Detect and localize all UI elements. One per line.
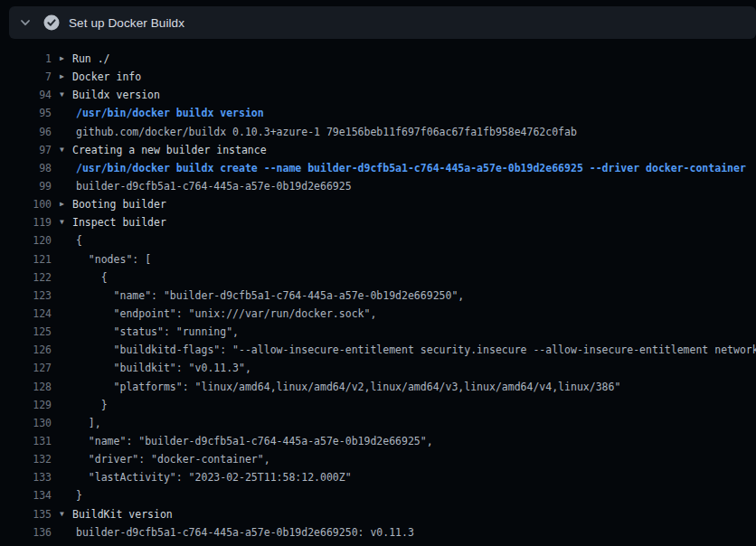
line-number-link[interactable]: 1 xyxy=(0,52,52,65)
output-text: } xyxy=(76,489,82,502)
log-line: 133 "lastActivity": "2023-02-25T11:58:12… xyxy=(0,468,756,486)
line-number-link[interactable]: 99 xyxy=(0,180,52,193)
group-title: Inspect builder xyxy=(72,216,166,229)
triangle-down-icon: ▼ xyxy=(60,146,72,154)
log-line: 123 "name": "builder-d9cfb5a1-c764-445a-… xyxy=(0,287,756,305)
step-title: Set up Docker Buildx xyxy=(69,16,184,30)
output-text: "buildkitd-flags": "--allow-insecure-ent… xyxy=(76,344,756,356)
log-line: 130 ], xyxy=(0,414,756,432)
line-number-link[interactable]: 98 xyxy=(0,162,52,174)
output-text: { xyxy=(76,234,82,247)
log-line: 94▼Buildx version xyxy=(0,86,756,104)
group-title: Run ./ xyxy=(72,52,110,65)
line-number-link[interactable]: 126 xyxy=(0,344,52,356)
group-title: Creating a new builder instance xyxy=(72,144,267,156)
command-text: /usr/bin/docker buildx create --name bui… xyxy=(76,162,746,174)
output-text: "endpoint": "unix:///var/run/docker.sock… xyxy=(76,307,376,320)
line-number-link[interactable]: 120 xyxy=(0,234,52,247)
group-title: BuildKit version xyxy=(72,508,173,521)
log-line: 136builder-d9cfb5a1-c764-445a-a57e-0b19d… xyxy=(0,523,756,541)
output-text: "nodes": [ xyxy=(76,253,151,266)
log-group-toggle[interactable]: ▼Inspect builder xyxy=(52,216,166,229)
triangle-down-icon: ▼ xyxy=(60,219,72,226)
line-number-link[interactable]: 125 xyxy=(0,325,52,338)
output-text: } xyxy=(76,399,108,411)
log-line: 135▼BuildKit version xyxy=(0,505,756,523)
log-line: 7▶Docker info xyxy=(0,68,756,86)
line-number-link[interactable]: 129 xyxy=(0,399,52,411)
log-line: 122 { xyxy=(0,268,756,287)
line-number-link[interactable]: 131 xyxy=(0,435,52,447)
log-group-toggle[interactable]: ▼BuildKit version xyxy=(52,508,173,521)
line-number-link[interactable]: 134 xyxy=(0,489,52,502)
output-text: { xyxy=(76,271,108,284)
line-number-link[interactable]: 121 xyxy=(0,253,52,266)
triangle-right-icon: ▶ xyxy=(60,55,72,62)
output-text: ], xyxy=(76,417,101,429)
line-number-link[interactable]: 127 xyxy=(0,362,52,374)
line-number-link[interactable]: 130 xyxy=(0,417,52,429)
log-line: 120{ xyxy=(0,231,756,249)
log-group-toggle[interactable]: ▼Buildx version xyxy=(52,89,160,101)
log-group-toggle[interactable]: ▶Booting builder xyxy=(52,198,166,211)
group-title: Buildx version xyxy=(72,89,160,101)
triangle-down-icon: ▼ xyxy=(60,91,72,99)
log-group-toggle[interactable]: ▶Docker info xyxy=(52,71,141,83)
triangle-right-icon: ▶ xyxy=(60,201,72,208)
log-line: 100▶Booting builder xyxy=(0,195,756,213)
output-text: "name": "builder-d9cfb5a1-c764-445a-a57e… xyxy=(76,289,464,302)
line-number-link[interactable]: 133 xyxy=(0,471,52,484)
log-line: 95/usr/bin/docker buildx version xyxy=(0,104,756,122)
triangle-down-icon: ▼ xyxy=(60,511,72,518)
command-text: /usr/bin/docker buildx version xyxy=(76,107,264,119)
log-line: 128 "platforms": "linux/amd64,linux/amd6… xyxy=(0,378,756,396)
line-number-link[interactable]: 124 xyxy=(0,307,52,320)
log-line: 1▶Run ./ xyxy=(0,50,756,68)
line-number-link[interactable]: 95 xyxy=(0,107,52,119)
line-number-link[interactable]: 135 xyxy=(0,508,52,521)
output-text: "driver": "docker-container", xyxy=(76,453,270,466)
log-line: 129 } xyxy=(0,396,756,414)
line-number-link[interactable]: 122 xyxy=(0,271,52,284)
log-line: 126 "buildkitd-flags": "--allow-insecure… xyxy=(0,341,756,359)
log-line: 96github.com/docker/buildx 0.10.3+azure-… xyxy=(0,123,756,141)
line-number-link[interactable]: 128 xyxy=(0,381,52,393)
line-number-link[interactable]: 132 xyxy=(0,453,52,466)
log-lines: 1▶Run ./7▶Docker info94▼Buildx version95… xyxy=(0,39,756,541)
output-text: "platforms": "linux/amd64,linux/amd64/v2… xyxy=(76,381,620,393)
output-text: "name": "builder-d9cfb5a1-c764-445a-a57e… xyxy=(76,435,433,447)
line-number-link[interactable]: 97 xyxy=(0,144,52,156)
line-number-link[interactable]: 136 xyxy=(0,526,52,539)
group-title: Docker info xyxy=(72,71,141,83)
log-line: 132 "driver": "docker-container", xyxy=(0,450,756,468)
log-line: 127 "buildkit": "v0.11.3", xyxy=(0,359,756,377)
log-line: 124 "endpoint": "unix:///var/run/docker.… xyxy=(0,305,756,323)
line-number-link[interactable]: 123 xyxy=(0,289,52,302)
output-text: builder-d9cfb5a1-c764-445a-a57e-0b19d2e6… xyxy=(76,526,414,539)
line-number-link[interactable]: 100 xyxy=(0,198,52,211)
output-text: "lastActivity": "2023-02-25T11:58:12.000… xyxy=(76,471,352,484)
triangle-right-icon: ▶ xyxy=(60,73,72,80)
status-success-icon xyxy=(43,14,60,31)
log-line: 125 "status": "running", xyxy=(0,323,756,341)
output-text: github.com/docker/buildx 0.10.3+azure-1 … xyxy=(76,126,577,138)
output-text: "status": "running", xyxy=(76,325,239,338)
log-line: 99builder-d9cfb5a1-c764-445a-a57e-0b19d2… xyxy=(0,177,756,195)
output-text: builder-d9cfb5a1-c764-445a-a57e-0b19d2e6… xyxy=(76,180,352,193)
collapse-step-button[interactable] xyxy=(13,10,38,35)
line-number-link[interactable]: 7 xyxy=(0,71,52,83)
log-line: 134} xyxy=(0,486,756,504)
output-text: "buildkit": "v0.11.3", xyxy=(76,362,251,374)
log-line: 97▼Creating a new builder instance xyxy=(0,141,756,159)
line-number-link[interactable]: 96 xyxy=(0,126,52,138)
log-line: 121 "nodes": [ xyxy=(0,250,756,268)
group-title: Booting builder xyxy=(72,198,166,211)
line-number-link[interactable]: 94 xyxy=(0,89,52,101)
line-number-link[interactable]: 119 xyxy=(0,216,52,229)
log-line: 98/usr/bin/docker buildx create --name b… xyxy=(0,159,756,177)
step-header[interactable]: Set up Docker Buildx xyxy=(9,6,756,39)
log-group-toggle[interactable]: ▼Creating a new builder instance xyxy=(52,144,267,156)
log-group-toggle[interactable]: ▶Run ./ xyxy=(52,52,110,65)
log-line: 119▼Inspect builder xyxy=(0,213,756,231)
chevron-down-icon xyxy=(20,17,31,28)
